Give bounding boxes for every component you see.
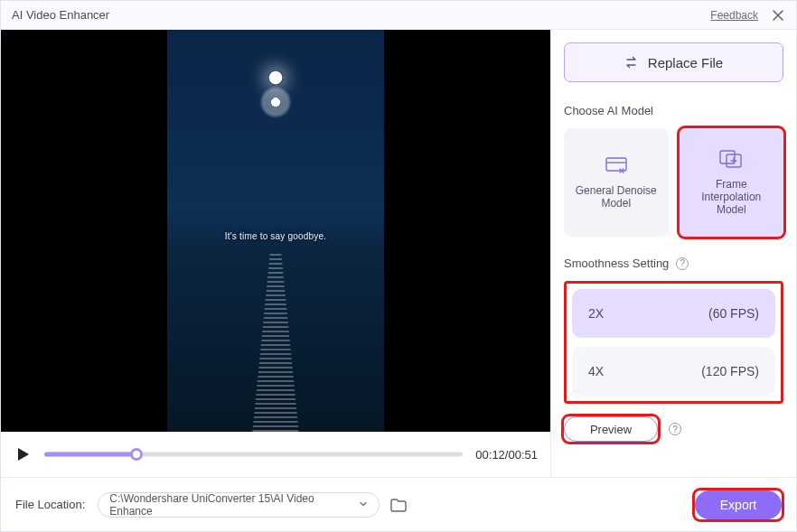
footer: File Location: C:\Wondershare UniConvert…	[1, 477, 796, 531]
smoothness-4x-mult: 4X	[588, 364, 604, 378]
settings-panel: Replace File Choose AI Model General Den…	[550, 30, 796, 477]
smoothness-2x-mult: 2X	[588, 306, 604, 321]
file-location-label: File Location:	[15, 498, 85, 511]
swap-icon	[624, 55, 639, 70]
model-denoise-label: General Denoise Model	[571, 184, 661, 210]
smoothness-options: 2X (60 FPS) 4X (120 FPS)	[564, 281, 783, 404]
reflection-graphic	[248, 251, 303, 432]
model-denoise[interactable]: General Denoise Model	[564, 128, 669, 237]
video-caption: It's time to say goodbye.	[167, 231, 384, 241]
model-frame-interp[interactable]: Frame Interpolation Model	[680, 128, 784, 237]
close-icon[interactable]	[771, 8, 785, 23]
file-location-select[interactable]: C:\Wondershare UniConverter 15\AI Video …	[98, 492, 380, 518]
smoothness-2x[interactable]: 2X (60 FPS)	[572, 289, 775, 338]
replace-file-label: Replace File	[648, 55, 723, 70]
preview-highlight: Preview	[564, 416, 658, 442]
app-window: AI Video Enhancer Feedback It's time to …	[0, 0, 797, 532]
svg-rect-1	[720, 151, 735, 163]
window-title: AI Video Enhancer	[12, 8, 109, 22]
video-preview[interactable]: It's time to say goodbye.	[1, 30, 550, 432]
replace-file-button[interactable]: Replace File	[564, 42, 783, 82]
chevron-down-icon	[359, 499, 368, 511]
folder-icon[interactable]	[389, 495, 408, 515]
titlebar: AI Video Enhancer Feedback	[1, 1, 796, 30]
model-frame-interp-label: Frame Interpolation Model	[687, 178, 777, 216]
export-highlight: Export	[695, 490, 782, 519]
moon-graphic	[268, 70, 283, 85]
feedback-link[interactable]: Feedback	[710, 9, 758, 22]
seek-slider[interactable]	[44, 453, 463, 457]
file-location-path: C:\Wondershare UniConverter 15\AI Video …	[109, 492, 359, 518]
export-button[interactable]: Export	[695, 490, 782, 519]
denoise-icon	[604, 155, 629, 175]
video-panel: It's time to say goodbye. 00:12/00:51	[1, 30, 550, 477]
model-section-label: Choose AI Model	[564, 104, 783, 117]
smoothness-section-label: Smoothness Setting ?	[564, 257, 783, 270]
preview-label: Preview	[590, 423, 632, 436]
smoothness-4x-fps: (120 FPS)	[701, 364, 759, 378]
transport-bar: 00:12/00:51	[1, 432, 550, 477]
timecode: 00:12/00:51	[475, 448, 538, 462]
smoothness-4x[interactable]: 4X (120 FPS)	[572, 347, 775, 396]
play-icon[interactable]	[14, 445, 32, 463]
frame-interp-icon	[718, 149, 744, 169]
help-icon[interactable]: ?	[676, 257, 689, 270]
preview-help-icon[interactable]: ?	[669, 423, 681, 435]
export-label: Export	[720, 498, 756, 512]
preview-button[interactable]: Preview	[564, 416, 658, 442]
smoothness-2x-fps: (60 FPS)	[708, 306, 759, 321]
